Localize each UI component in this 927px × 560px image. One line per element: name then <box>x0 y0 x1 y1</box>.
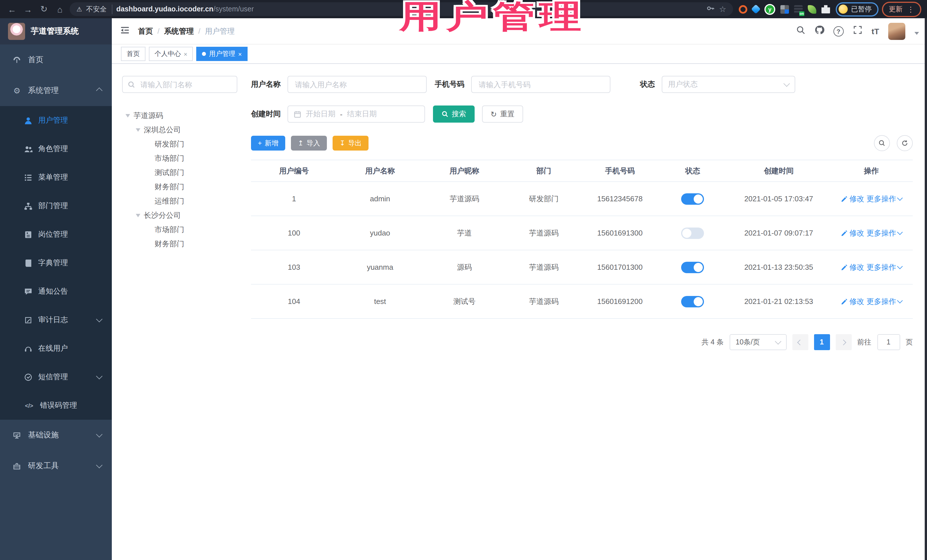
tree-expand-icon[interactable] <box>136 214 140 217</box>
mobile-input[interactable] <box>477 80 604 89</box>
status-toggle[interactable] <box>681 193 704 205</box>
page-size-select[interactable]: 10条/页 <box>729 334 786 350</box>
extension-green-icon[interactable]: y <box>764 4 775 15</box>
dept-search-input[interactable] <box>139 80 232 89</box>
sidebar-item-menu-mgmt[interactable]: 菜单管理 <box>0 163 112 191</box>
status-select[interactable]: 用户状态 <box>662 76 795 93</box>
edit-link[interactable]: 修改 <box>841 262 864 272</box>
goto-page-input[interactable] <box>877 334 900 350</box>
page-content: 芋道源码 深圳总公司 研发部门 市场部门 测试部门 财务部门 运维部门 长沙分公… <box>112 64 927 560</box>
tree-expand-icon[interactable] <box>136 128 140 132</box>
edit-link[interactable]: 修改 <box>841 194 864 204</box>
close-icon[interactable]: × <box>238 50 242 57</box>
tree-node-dept[interactable]: 测试部门 <box>122 165 237 180</box>
user-avatar[interactable] <box>888 23 905 39</box>
app-logo[interactable]: 芋道管理系统 <box>0 18 112 44</box>
browser-scrollbar[interactable] <box>925 18 927 560</box>
tree-node-dept[interactable]: 财务部门 <box>122 237 237 251</box>
extension-ring-icon[interactable] <box>739 5 747 14</box>
extension-gem-icon[interactable] <box>751 4 761 14</box>
show-search-button[interactable] <box>874 135 890 151</box>
refresh-table-button[interactable] <box>897 135 913 151</box>
sidebar-item-dict-mgmt[interactable]: 字典管理 <box>0 249 112 277</box>
password-key-icon[interactable] <box>707 4 715 15</box>
export-button[interactable]: ↧导出 <box>333 136 369 150</box>
status-toggle[interactable] <box>681 296 704 307</box>
sidebar-item-user-mgmt[interactable]: 用户管理 <box>0 106 112 135</box>
breadcrumb-system[interactable]: 系统管理 <box>164 26 194 36</box>
github-icon[interactable] <box>815 25 824 37</box>
tree-node-dept[interactable]: 运维部门 <box>122 194 237 208</box>
reset-button[interactable]: ↻ 重置 <box>482 106 523 123</box>
more-actions-link[interactable]: 更多操作 <box>866 296 902 307</box>
sidebar-item-infra[interactable]: 基础设施 <box>0 420 112 451</box>
avatar-caret-icon[interactable] <box>915 32 919 35</box>
extensions-puzzle-icon[interactable] <box>821 5 830 14</box>
browser-reload-icon[interactable]: ↻ <box>38 4 50 14</box>
more-actions-link[interactable]: 更多操作 <box>866 262 902 272</box>
extension-leaf-icon[interactable] <box>808 5 816 14</box>
font-size-icon[interactable]: tT <box>872 27 879 36</box>
address-bar[interactable]: ⚠ 不安全 dashboard.yudao.iocoder.cn/system/… <box>70 2 733 16</box>
browser-forward-icon[interactable]: → <box>22 4 34 14</box>
next-page-button[interactable] <box>836 334 851 350</box>
tree-node-dept[interactable]: 财务部门 <box>122 180 237 194</box>
username-input[interactable] <box>294 80 421 89</box>
browser-profile-badge[interactable]: 已暂停 <box>836 2 878 16</box>
sidebar-item-post-mgmt[interactable]: 岗位管理 <box>0 220 112 249</box>
header-search-icon[interactable] <box>796 25 805 37</box>
sidebar-item-dept-mgmt[interactable]: 部门管理 <box>0 191 112 220</box>
dept-search-box[interactable] <box>122 76 237 93</box>
tree-node-company[interactable]: 深圳总公司 <box>122 123 237 137</box>
edit-link[interactable]: 修改 <box>841 296 864 307</box>
browser-menu-icon[interactable]: ⋮ <box>907 5 915 14</box>
chevron-down-icon <box>96 373 103 379</box>
tree-node-company[interactable]: 长沙分公司 <box>122 208 237 222</box>
tab-home[interactable]: 首页 <box>121 47 146 61</box>
prev-page-button[interactable] <box>792 334 808 350</box>
plus-icon: + <box>258 139 262 147</box>
bookmark-star-icon[interactable]: ☆ <box>719 5 726 14</box>
chevron-down-icon <box>775 338 781 345</box>
date-range-picker[interactable]: 开始日期 - 结束日期 <box>287 106 425 123</box>
extension-grid-icon[interactable] <box>780 5 789 14</box>
edit-link[interactable]: 修改 <box>841 228 864 238</box>
sidebar-collapse-icon[interactable] <box>120 25 130 37</box>
tree-node-dept[interactable]: 市场部门 <box>122 222 237 237</box>
sidebar-item-online-users[interactable]: 在线用户 <box>0 334 112 363</box>
status-toggle[interactable] <box>681 227 704 239</box>
sidebar-item-system[interactable]: ⚙ 系统管理 <box>0 75 112 106</box>
mobile-field[interactable] <box>471 76 610 93</box>
sidebar-item-dev-tools[interactable]: 研发工具 <box>0 451 112 481</box>
tree-expand-icon[interactable] <box>126 114 130 117</box>
search-button[interactable]: 搜索 <box>433 106 475 123</box>
tree-node-root[interactable]: 芋道源码 <box>122 108 237 123</box>
more-actions-link[interactable]: 更多操作 <box>866 194 902 204</box>
sidebar-item-notice[interactable]: 通知公告 <box>0 277 112 306</box>
add-button[interactable]: +新增 <box>251 136 285 150</box>
help-icon[interactable]: ? <box>833 26 844 36</box>
tree-node-dept[interactable]: 研发部门 <box>122 137 237 151</box>
username-field[interactable] <box>287 76 427 93</box>
more-actions-link[interactable]: 更多操作 <box>866 228 902 238</box>
sidebar-item-audit-log[interactable]: 审计日志 <box>0 306 112 334</box>
tab-profile[interactable]: 个人中心 × <box>149 47 193 61</box>
sidebar-item-error-code[interactable]: </> 错误码管理 <box>0 391 112 420</box>
status-toggle[interactable] <box>681 261 704 273</box>
tab-user-mgmt[interactable]: 用户管理 × <box>196 47 248 61</box>
sidebar-item-sms-mgmt[interactable]: 短信管理 <box>0 363 112 391</box>
browser-update-button[interactable]: 更新 ⋮ <box>882 2 921 17</box>
tree-node-dept[interactable]: 市场部门 <box>122 151 237 165</box>
chevron-down-icon <box>96 431 103 438</box>
browser-back-icon[interactable]: ← <box>6 4 18 14</box>
page-number-current[interactable]: 1 <box>814 334 830 350</box>
sidebar-item-home[interactable]: 首页 <box>0 44 112 75</box>
browser-home-icon[interactable]: ⌂ <box>54 4 66 14</box>
close-icon[interactable]: × <box>184 50 187 57</box>
import-button[interactable]: ↥导入 <box>291 136 327 150</box>
extension-switch-icon[interactable]: on <box>794 5 802 14</box>
sidebar-item-role-mgmt[interactable]: 角色管理 <box>0 135 112 163</box>
date-start-placeholder: 开始日期 <box>306 109 336 119</box>
fullscreen-icon[interactable] <box>853 25 863 37</box>
breadcrumb-home[interactable]: 首页 <box>138 26 153 36</box>
